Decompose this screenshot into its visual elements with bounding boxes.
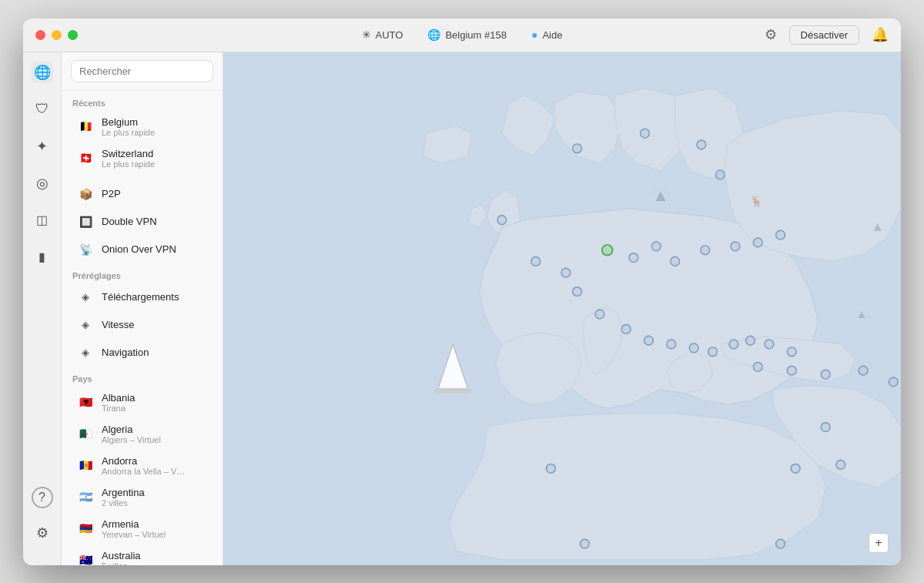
tree-icon-1: ▲ <box>652 186 668 205</box>
auto-label: AUTO <box>376 29 403 41</box>
deer-icon: 🦌 <box>750 195 764 208</box>
server-dot[interactable] <box>859 366 868 375</box>
minimize-button[interactable] <box>52 30 62 40</box>
sidebar-globe-icon[interactable]: 🌐 <box>32 62 53 83</box>
close-button[interactable] <box>35 30 45 40</box>
p2p-item[interactable]: 📦 P2P <box>66 180 218 208</box>
double-vpn-icon: 🔲 <box>77 213 94 230</box>
server-dot[interactable] <box>821 422 830 431</box>
server-dot[interactable] <box>753 362 762 371</box>
server-dot[interactable] <box>689 343 698 352</box>
server-dot[interactable] <box>651 241 661 250</box>
country-argentina[interactable]: 🇦🇷 Argentina 2 villes <box>66 481 218 513</box>
server-dot[interactable] <box>644 336 654 345</box>
server-dot[interactable] <box>641 129 650 138</box>
svg-rect-2 <box>434 387 472 394</box>
country-albania[interactable]: 🇦🇱 Albania Tirana <box>66 387 218 418</box>
notification-bell-icon[interactable]: 🔔 <box>872 26 889 43</box>
server-selector[interactable]: 🌐 Belgium #158 <box>427 28 507 41</box>
server-dot[interactable] <box>497 215 507 224</box>
recent-switzerland[interactable]: 🇨🇭 Switzerland Le plus rapide <box>66 142 218 174</box>
server-dot[interactable] <box>667 340 676 349</box>
speed-name: Vitesse <box>102 319 134 330</box>
downloads-name: Téléchargements <box>102 291 179 303</box>
server-dot[interactable] <box>580 539 589 548</box>
server-dot[interactable] <box>701 245 710 254</box>
search-input[interactable] <box>71 60 213 82</box>
server-dot[interactable] <box>573 143 582 152</box>
server-dot[interactable] <box>629 253 638 262</box>
country-andorra[interactable]: 🇦🇩 Andorra Andorra la Vella – V… <box>66 450 218 481</box>
server-dot[interactable] <box>791 464 800 473</box>
server-dot[interactable] <box>776 539 785 548</box>
help-circle-icon[interactable]: ? <box>32 487 53 508</box>
country-armenia[interactable]: 🇦🇲 Armenia Yerevan – Virtuel <box>66 513 218 544</box>
sidebar-shield-icon[interactable]: 🛡 <box>32 99 53 120</box>
server-dot[interactable] <box>787 366 796 375</box>
server-dot[interactable] <box>671 256 680 266</box>
onion-vpn-icon: 📡 <box>77 241 94 258</box>
switzerland-flag: 🇨🇭 <box>77 149 94 166</box>
server-dot[interactable] <box>697 139 706 149</box>
zoom-in-button[interactable]: + <box>869 533 889 553</box>
server-dot[interactable] <box>765 340 774 349</box>
switzerland-text: Switzerland Le plus rapide <box>102 148 155 169</box>
help-button[interactable]: ● Aide <box>531 28 563 41</box>
server-dot[interactable] <box>746 336 755 345</box>
presets-label: Préréglages <box>62 263 223 283</box>
p2p-name: P2P <box>102 188 121 199</box>
speed-icon: ◈ <box>77 317 94 333</box>
server-dot[interactable] <box>753 238 762 247</box>
settings-gear-icon[interactable]: ⚙ <box>765 26 777 43</box>
preset-downloads[interactable]: ◈ Téléchargements <box>66 283 218 311</box>
app-window: ✳ AUTO 🌐 Belgium #158 ● Aide ⚙ Désactive… <box>23 18 901 565</box>
sidebar-bottom: ? ⚙ <box>32 487 53 556</box>
server-dot[interactable] <box>787 347 796 356</box>
map-svg: ▲ 🦌 ▲ ▲ 🌲 <box>223 52 901 565</box>
belgium-sub: Le plus rapide <box>102 128 155 137</box>
auto-mode[interactable]: ✳ AUTO <box>362 28 403 41</box>
sidebar-chart-icon[interactable]: ▮ <box>32 246 53 268</box>
country-australia[interactable]: 🇦🇺 Australia 5 villes <box>66 544 218 565</box>
server-dot[interactable] <box>731 241 740 250</box>
app-body: 🌐 🛡 ✦ ◎ ◫ ▮ ? ⚙ Récents 🇧🇪 Belgium Le pl… <box>23 52 901 565</box>
titlebar-right: ⚙ Désactiver 🔔 <box>765 25 889 45</box>
server-dot[interactable] <box>776 230 785 240</box>
navigation-name: Navigation <box>102 347 149 358</box>
countries-label: Pays <box>62 367 223 387</box>
help-dot-icon: ● <box>531 28 537 41</box>
sidebar-layers-icon[interactable]: ◫ <box>32 209 53 231</box>
double-vpn-name: Double VPN <box>102 216 157 227</box>
server-dot[interactable] <box>573 286 582 296</box>
sidebar-share-icon[interactable]: ✦ <box>32 136 53 157</box>
onion-vpn-item[interactable]: 📡 Onion Over VPN <box>66 236 218 263</box>
active-server-dot[interactable] <box>602 244 613 255</box>
server-dot[interactable] <box>546 464 555 473</box>
deactivate-button[interactable]: Désactiver <box>789 25 859 45</box>
server-dot[interactable] <box>561 268 571 277</box>
preset-speed[interactable]: ◈ Vitesse <box>66 311 218 339</box>
server-dot[interactable] <box>708 347 718 356</box>
help-label: Aide <box>542 29 562 41</box>
server-dot[interactable] <box>729 340 738 349</box>
maximize-button[interactable] <box>68 30 78 40</box>
server-dot[interactable] <box>621 324 631 333</box>
map-area: ▲ 🦌 ▲ ▲ 🌲 <box>223 52 901 565</box>
server-dot[interactable] <box>889 377 898 386</box>
server-label: Belgium #158 <box>445 29 507 41</box>
downloads-icon: ◈ <box>77 289 94 306</box>
recent-belgium[interactable]: 🇧🇪 Belgium Le plus rapide <box>66 111 218 142</box>
icon-sidebar: 🌐 🛡 ✦ ◎ ◫ ▮ ? ⚙ <box>23 52 62 565</box>
server-dot[interactable] <box>836 460 845 469</box>
server-dot[interactable] <box>595 309 604 318</box>
server-dot[interactable] <box>821 370 830 379</box>
preset-navigation[interactable]: ◈ Navigation <box>66 339 218 367</box>
search-box <box>62 52 223 91</box>
settings-icon[interactable]: ⚙ <box>32 522 53 544</box>
traffic-lights <box>35 30 78 40</box>
server-dot[interactable] <box>531 256 541 266</box>
double-vpn-item[interactable]: 🔲 Double VPN <box>66 208 218 236</box>
country-algeria[interactable]: 🇩🇿 Algeria Algiers – Virtuel <box>66 418 218 450</box>
server-dot[interactable] <box>715 170 725 179</box>
sidebar-target-icon[interactable]: ◎ <box>32 173 53 194</box>
